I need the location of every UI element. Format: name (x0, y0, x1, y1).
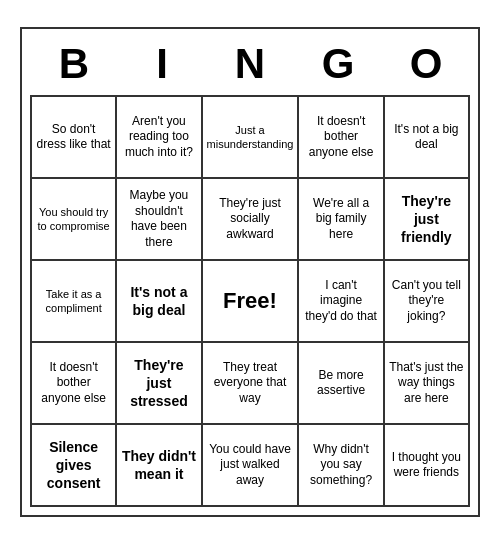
bingo-cell-8: We're all a big family here (298, 178, 383, 260)
bingo-cell-20: Silence gives consent (31, 424, 116, 506)
bingo-cell-4: It's not a big deal (384, 96, 469, 178)
bingo-letter-g: G (294, 37, 382, 91)
bingo-cell-1: Aren't you reading too much into it? (116, 96, 201, 178)
bingo-letter-i: I (118, 37, 206, 91)
bingo-letter-n: N (206, 37, 294, 91)
bingo-cell-23: Why didn't you say something? (298, 424, 383, 506)
bingo-cell-9: They're just friendly (384, 178, 469, 260)
bingo-card: BINGO So don't dress like thatAren't you… (20, 27, 480, 517)
bingo-cell-18: Be more assertive (298, 342, 383, 424)
bingo-cell-6: Maybe you shouldn't have been there (116, 178, 201, 260)
bingo-grid: So don't dress like thatAren't you readi… (30, 95, 470, 507)
bingo-cell-16: They're just stressed (116, 342, 201, 424)
bingo-letter-b: B (30, 37, 118, 91)
bingo-cell-22: You could have just walked away (202, 424, 299, 506)
bingo-cell-12: Free! (202, 260, 299, 342)
bingo-cell-24: I thought you were friends (384, 424, 469, 506)
bingo-cell-13: I can't imagine they'd do that (298, 260, 383, 342)
bingo-cell-2: Just a misunderstanding (202, 96, 299, 178)
bingo-letter-o: O (382, 37, 470, 91)
bingo-cell-7: They're just socially awkward (202, 178, 299, 260)
bingo-cell-21: They didn't mean it (116, 424, 201, 506)
bingo-cell-11: It's not a big deal (116, 260, 201, 342)
bingo-cell-17: They treat everyone that way (202, 342, 299, 424)
bingo-cell-5: You should try to compromise (31, 178, 116, 260)
bingo-cell-15: It doesn't bother anyone else (31, 342, 116, 424)
bingo-cell-19: That's just the way things are here (384, 342, 469, 424)
bingo-header: BINGO (30, 37, 470, 91)
bingo-cell-0: So don't dress like that (31, 96, 116, 178)
bingo-cell-3: It doesn't bother anyone else (298, 96, 383, 178)
bingo-cell-10: Take it as a compliment (31, 260, 116, 342)
bingo-cell-14: Can't you tell they're joking? (384, 260, 469, 342)
